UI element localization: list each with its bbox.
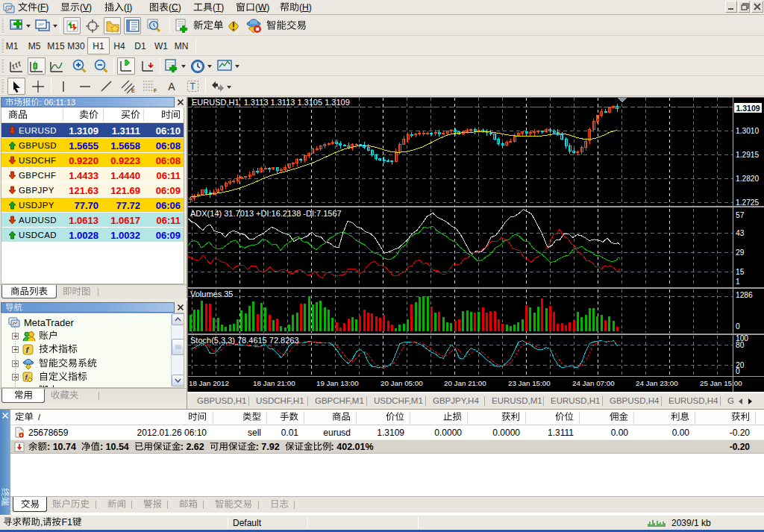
svg-text:Volumes 35: Volumes 35 bbox=[190, 290, 233, 298]
svg-text:19 Jan 13:00: 19 Jan 13:00 bbox=[316, 379, 359, 387]
svg-text:1.2915: 1.2915 bbox=[736, 151, 759, 159]
svg-text:57: 57 bbox=[736, 211, 745, 219]
svg-text:18 Jan 21:00: 18 Jan 21:00 bbox=[253, 379, 295, 387]
svg-text:1.3010: 1.3010 bbox=[736, 127, 759, 135]
svg-text:24 Jan 07:00: 24 Jan 07:00 bbox=[572, 379, 615, 387]
svg-text:43: 43 bbox=[736, 229, 745, 237]
svg-text:0: 0 bbox=[736, 367, 740, 375]
svg-text:1: 1 bbox=[736, 278, 740, 286]
svg-text:24 Jan 23:00: 24 Jan 23:00 bbox=[636, 379, 678, 387]
svg-text:0: 0 bbox=[736, 322, 740, 331]
svg-text:1.2820: 1.2820 bbox=[736, 175, 759, 183]
svg-text:20 Jan 05:00: 20 Jan 05:00 bbox=[381, 379, 423, 387]
svg-text:18 Jan 2012: 18 Jan 2012 bbox=[189, 379, 229, 387]
svg-text:29: 29 bbox=[736, 248, 745, 257]
svg-text:1.3109: 1.3109 bbox=[736, 104, 760, 113]
svg-text:1.2725: 1.2725 bbox=[736, 198, 759, 207]
svg-text:EURUSD,H1 1.3113 1.3113 1.310: EURUSD,H1 1.3113 1.3113 1.3105 1.3109 bbox=[192, 98, 350, 107]
svg-text:Stoch(5,3,3) 78.4615 72.8263: Stoch(5,3,3) 78.4615 72.8263 bbox=[190, 336, 299, 345]
svg-text:25 Jan 15:00: 25 Jan 15:00 bbox=[700, 379, 742, 387]
svg-text:23 Jan 15:00: 23 Jan 15:00 bbox=[508, 379, 551, 387]
svg-text:20 Jan 21:00: 20 Jan 21:00 bbox=[444, 379, 486, 387]
svg-text:1286: 1286 bbox=[736, 291, 753, 299]
svg-text:80: 80 bbox=[736, 341, 745, 349]
svg-text:15: 15 bbox=[736, 268, 745, 276]
svg-text:ADX(14) 31.7013 +DI:16.2138 -D: ADX(14) 31.7013 +DI:16.2138 -DI:7.1567 bbox=[190, 209, 342, 218]
